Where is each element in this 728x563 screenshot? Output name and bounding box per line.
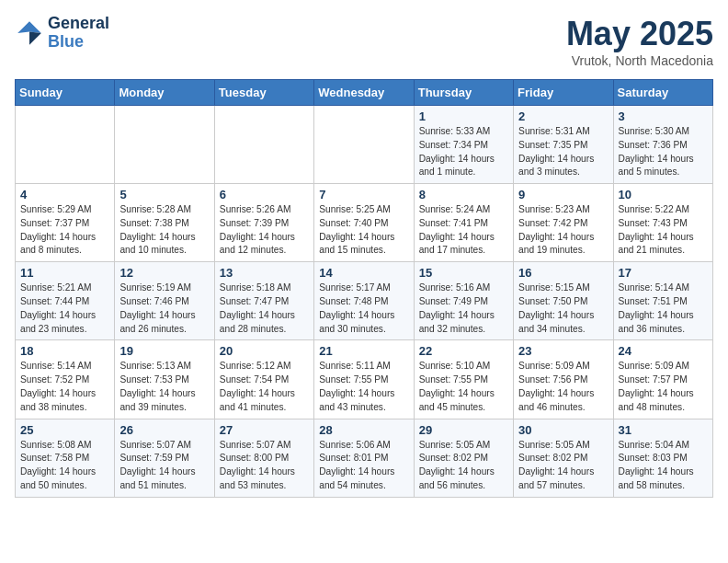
- day-info: Sunrise: 5:04 AM Sunset: 8:03 PM Dayligh…: [619, 439, 708, 493]
- calendar-cell: 8Sunrise: 5:24 AM Sunset: 7:41 PM Daylig…: [414, 184, 513, 262]
- month-title: May 2025: [566, 15, 713, 53]
- header-day: Thursday: [414, 80, 513, 106]
- calendar-cell: [314, 106, 414, 184]
- calendar-cell: 11Sunrise: 5:21 AM Sunset: 7:44 PM Dayli…: [16, 262, 115, 340]
- calendar-header: SundayMondayTuesdayWednesdayThursdayFrid…: [16, 80, 713, 106]
- day-info: Sunrise: 5:25 AM Sunset: 7:40 PM Dayligh…: [319, 203, 408, 258]
- day-number: 13: [220, 266, 309, 280]
- svg-marker-0: [17, 21, 41, 33]
- logo-general: General: [48, 15, 109, 33]
- calendar-cell: 15Sunrise: 5:16 AM Sunset: 7:49 PM Dayli…: [414, 262, 513, 340]
- calendar-cell: 3Sunrise: 5:30 AM Sunset: 7:36 PM Daylig…: [613, 106, 712, 184]
- location: Vrutok, North Macedonia: [566, 53, 713, 68]
- day-number: 19: [119, 344, 209, 358]
- day-number: 5: [119, 188, 209, 201]
- calendar-cell: 28Sunrise: 5:06 AM Sunset: 8:01 PM Dayli…: [314, 419, 414, 497]
- day-info: Sunrise: 5:28 AM Sunset: 7:38 PM Dayligh…: [119, 203, 209, 258]
- day-info: Sunrise: 5:13 AM Sunset: 7:53 PM Dayligh…: [119, 360, 209, 414]
- header-day: Friday: [514, 80, 613, 106]
- calendar-row: 18Sunrise: 5:14 AM Sunset: 7:52 PM Dayli…: [16, 340, 713, 419]
- day-number: 1: [419, 109, 508, 123]
- calendar-cell: 6Sunrise: 5:26 AM Sunset: 7:39 PM Daylig…: [214, 184, 313, 262]
- day-number: 20: [220, 344, 309, 358]
- calendar-cell: [115, 106, 214, 184]
- header-day: Monday: [115, 80, 214, 106]
- calendar-cell: [214, 106, 313, 184]
- calendar-cell: 9Sunrise: 5:23 AM Sunset: 7:42 PM Daylig…: [514, 184, 613, 262]
- calendar-cell: 7Sunrise: 5:25 AM Sunset: 7:40 PM Daylig…: [314, 184, 414, 262]
- day-number: 27: [220, 423, 309, 437]
- day-info: Sunrise: 5:14 AM Sunset: 7:51 PM Dayligh…: [619, 282, 708, 336]
- day-info: Sunrise: 5:31 AM Sunset: 7:35 PM Dayligh…: [518, 125, 608, 179]
- day-info: Sunrise: 5:14 AM Sunset: 7:52 PM Dayligh…: [20, 360, 109, 414]
- calendar-cell: [16, 106, 115, 184]
- day-info: Sunrise: 5:29 AM Sunset: 7:37 PM Dayligh…: [20, 203, 109, 258]
- calendar-row: 1Sunrise: 5:33 AM Sunset: 7:34 PM Daylig…: [16, 106, 713, 184]
- day-number: 14: [319, 266, 408, 280]
- day-number: 18: [20, 344, 109, 358]
- day-info: Sunrise: 5:18 AM Sunset: 7:47 PM Dayligh…: [220, 282, 309, 336]
- calendar-body: 1Sunrise: 5:33 AM Sunset: 7:34 PM Daylig…: [16, 106, 713, 498]
- calendar-cell: 1Sunrise: 5:33 AM Sunset: 7:34 PM Daylig…: [414, 106, 513, 184]
- day-number: 25: [20, 423, 109, 437]
- calendar-cell: 4Sunrise: 5:29 AM Sunset: 7:37 PM Daylig…: [16, 184, 115, 262]
- day-number: 26: [119, 423, 209, 437]
- day-number: 15: [419, 266, 508, 280]
- header-day: Sunday: [16, 80, 115, 106]
- svg-marker-1: [29, 31, 41, 44]
- day-info: Sunrise: 5:30 AM Sunset: 7:36 PM Dayligh…: [619, 125, 708, 179]
- day-number: 23: [518, 344, 608, 358]
- header-day: Wednesday: [314, 80, 414, 106]
- calendar-row: 25Sunrise: 5:08 AM Sunset: 7:58 PM Dayli…: [16, 419, 713, 497]
- day-info: Sunrise: 5:08 AM Sunset: 7:58 PM Dayligh…: [20, 439, 109, 493]
- day-info: Sunrise: 5:15 AM Sunset: 7:50 PM Dayligh…: [518, 282, 608, 336]
- calendar-cell: 31Sunrise: 5:04 AM Sunset: 8:03 PM Dayli…: [613, 419, 712, 497]
- day-number: 4: [20, 188, 109, 201]
- calendar-table: SundayMondayTuesdayWednesdayThursdayFrid…: [15, 79, 713, 498]
- day-info: Sunrise: 5:21 AM Sunset: 7:44 PM Dayligh…: [20, 282, 109, 336]
- day-number: 7: [319, 188, 408, 201]
- day-number: 10: [619, 188, 708, 201]
- day-number: 17: [619, 266, 708, 280]
- header-day: Saturday: [613, 80, 712, 106]
- day-info: Sunrise: 5:23 AM Sunset: 7:42 PM Dayligh…: [518, 203, 608, 258]
- day-number: 8: [419, 188, 508, 201]
- calendar-cell: 10Sunrise: 5:22 AM Sunset: 7:43 PM Dayli…: [613, 184, 712, 262]
- logo: General Blue: [15, 15, 109, 52]
- day-number: 31: [619, 423, 708, 437]
- calendar-cell: 25Sunrise: 5:08 AM Sunset: 7:58 PM Dayli…: [16, 419, 115, 497]
- day-number: 16: [518, 266, 608, 280]
- calendar-cell: 16Sunrise: 5:15 AM Sunset: 7:50 PM Dayli…: [514, 262, 613, 340]
- day-info: Sunrise: 5:33 AM Sunset: 7:34 PM Dayligh…: [419, 125, 508, 179]
- logo-blue: Blue: [48, 33, 109, 52]
- day-info: Sunrise: 5:16 AM Sunset: 7:49 PM Dayligh…: [419, 282, 508, 336]
- day-number: 3: [619, 109, 708, 123]
- day-number: 29: [419, 423, 508, 437]
- day-number: 6: [220, 188, 309, 201]
- calendar-cell: 5Sunrise: 5:28 AM Sunset: 7:38 PM Daylig…: [115, 184, 214, 262]
- calendar-cell: 27Sunrise: 5:07 AM Sunset: 8:00 PM Dayli…: [214, 419, 313, 497]
- calendar-cell: 14Sunrise: 5:17 AM Sunset: 7:48 PM Dayli…: [314, 262, 414, 340]
- day-info: Sunrise: 5:09 AM Sunset: 7:57 PM Dayligh…: [619, 360, 708, 414]
- day-number: 30: [518, 423, 608, 437]
- calendar-cell: 18Sunrise: 5:14 AM Sunset: 7:52 PM Dayli…: [16, 340, 115, 419]
- day-info: Sunrise: 5:12 AM Sunset: 7:54 PM Dayligh…: [220, 360, 309, 414]
- header-row: SundayMondayTuesdayWednesdayThursdayFrid…: [16, 80, 713, 106]
- logo-icon: [15, 18, 44, 48]
- day-info: Sunrise: 5:10 AM Sunset: 7:55 PM Dayligh…: [419, 360, 508, 414]
- logo-text: General Blue: [48, 15, 109, 52]
- day-number: 28: [319, 423, 408, 437]
- calendar-cell: 12Sunrise: 5:19 AM Sunset: 7:46 PM Dayli…: [115, 262, 214, 340]
- day-number: 2: [518, 109, 608, 123]
- page-header: General Blue May 2025 Vrutok, North Mace…: [15, 15, 713, 68]
- title-area: May 2025 Vrutok, North Macedonia: [566, 15, 713, 68]
- calendar-cell: 26Sunrise: 5:07 AM Sunset: 7:59 PM Dayli…: [115, 419, 214, 497]
- calendar-cell: 20Sunrise: 5:12 AM Sunset: 7:54 PM Dayli…: [214, 340, 313, 419]
- calendar-cell: 21Sunrise: 5:11 AM Sunset: 7:55 PM Dayli…: [314, 340, 414, 419]
- day-number: 9: [518, 188, 608, 201]
- calendar-cell: 29Sunrise: 5:05 AM Sunset: 8:02 PM Dayli…: [414, 419, 513, 497]
- calendar-cell: 24Sunrise: 5:09 AM Sunset: 7:57 PM Dayli…: [613, 340, 712, 419]
- calendar-cell: 17Sunrise: 5:14 AM Sunset: 7:51 PM Dayli…: [613, 262, 712, 340]
- day-info: Sunrise: 5:19 AM Sunset: 7:46 PM Dayligh…: [119, 282, 209, 336]
- calendar-cell: 30Sunrise: 5:05 AM Sunset: 8:02 PM Dayli…: [514, 419, 613, 497]
